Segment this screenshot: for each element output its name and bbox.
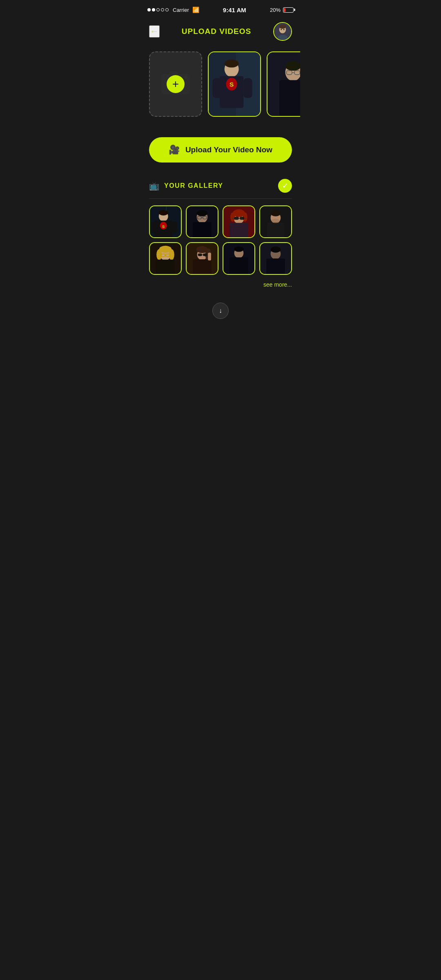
signal-dot-2	[152, 8, 155, 11]
back-button[interactable]: ←	[149, 25, 160, 38]
svg-rect-23	[279, 80, 300, 116]
wifi-icon: 📶	[192, 7, 199, 13]
gallery-svg-8	[260, 243, 291, 274]
svg-rect-19	[243, 78, 252, 98]
gallery-svg-4	[260, 206, 291, 237]
gallery-item-5[interactable]	[149, 242, 182, 275]
user-avatar[interactable]	[273, 22, 292, 41]
svg-rect-50	[234, 217, 239, 220]
bottom-indicator: ↓	[141, 298, 300, 327]
gallery-item-1[interactable]: S	[149, 205, 182, 238]
status-bar: Carrier 📶 9:41 AM 20%	[141, 0, 300, 18]
svg-point-47	[230, 212, 235, 222]
gallery-item-2[interactable]	[186, 205, 218, 238]
gallery-item-4[interactable]	[259, 205, 292, 238]
header: ← UPLOAD VIDEOS	[141, 18, 300, 47]
svg-point-10	[184, 76, 187, 79]
svg-point-4	[281, 29, 282, 30]
gallery-svg-2	[187, 206, 218, 237]
svg-rect-75	[203, 254, 207, 256]
svg-rect-36	[172, 222, 177, 234]
svg-rect-57	[267, 223, 284, 237]
gallery-item-7[interactable]	[223, 242, 255, 275]
carrier-label: Carrier	[173, 7, 189, 13]
battery-fill	[284, 8, 285, 12]
status-time: 9:41 AM	[223, 7, 246, 13]
gallery-svg-7	[223, 243, 254, 274]
upload-button-label: Upload Your Video Now	[185, 145, 272, 154]
avatar-image	[274, 23, 291, 40]
gallery-svg-5	[150, 243, 181, 274]
gallery-tv-icon: 📺	[149, 181, 159, 191]
svg-text:S: S	[162, 224, 165, 229]
svg-point-34	[159, 210, 168, 216]
scroll-down-button[interactable]: ↓	[212, 303, 229, 319]
upload-section: 🎥 Upload Your Video Now	[141, 125, 300, 171]
svg-point-81	[234, 247, 244, 252]
person-svg-2	[267, 52, 300, 116]
video-selection-row: + S	[141, 47, 300, 125]
gallery-svg-1: S	[150, 206, 181, 237]
gallery-svg-3	[223, 206, 254, 237]
status-left: Carrier 📶	[147, 7, 199, 13]
battery-body	[283, 7, 294, 13]
signal-dot-1	[147, 8, 151, 11]
svg-point-59	[272, 218, 280, 223]
svg-rect-77	[208, 253, 211, 261]
svg-rect-74	[198, 254, 202, 256]
gallery-header: 📺 YOUR GALLERY ✓	[149, 179, 292, 199]
person-svg-1: S	[209, 52, 260, 116]
svg-rect-84	[266, 258, 285, 274]
svg-text:S: S	[229, 81, 234, 88]
svg-rect-51	[240, 217, 244, 220]
status-right: 20%	[270, 7, 294, 13]
svg-point-5	[283, 29, 285, 30]
signal-dot-3	[156, 8, 160, 11]
svg-rect-65	[156, 260, 175, 274]
plus-icon: +	[167, 75, 185, 93]
svg-rect-80	[229, 257, 248, 274]
svg-rect-73	[193, 259, 212, 274]
svg-rect-18	[213, 78, 221, 98]
signal-dot-4	[161, 8, 164, 11]
battery-icon	[283, 7, 294, 13]
video-thumbnail-2[interactable]	[267, 51, 300, 117]
svg-rect-49	[229, 223, 248, 237]
page-title: UPLOAD VIDEOS	[182, 27, 251, 36]
gallery-check-icon: ✓	[278, 179, 292, 193]
svg-rect-35	[151, 222, 156, 234]
gallery-section: 📺 YOUR GALLERY ✓ S	[141, 171, 300, 298]
gallery-title: YOUR GALLERY	[164, 182, 273, 189]
signal-dots	[147, 8, 169, 11]
add-video-button[interactable]: +	[149, 51, 202, 117]
gallery-svg-6	[187, 243, 218, 274]
battery-percent: 20%	[270, 7, 281, 13]
gallery-item-8[interactable]	[259, 242, 292, 275]
gallery-grid: S	[149, 199, 292, 279]
svg-point-58	[271, 210, 281, 216]
svg-point-20	[225, 60, 239, 67]
camera-icon: 🎥	[169, 145, 180, 155]
svg-point-85	[271, 247, 281, 253]
video-thumbnail-1[interactable]: S	[208, 51, 261, 117]
svg-rect-39	[193, 222, 212, 237]
svg-point-2	[279, 24, 286, 29]
avatar-face-svg	[274, 23, 291, 40]
svg-point-40	[197, 210, 208, 216]
signal-dot-5	[165, 8, 169, 11]
gallery-item-6[interactable]	[186, 242, 218, 275]
gallery-item-3[interactable]	[223, 205, 255, 238]
scroll-down-icon: ↓	[219, 307, 222, 314]
upload-button[interactable]: 🎥 Upload Your Video Now	[149, 137, 292, 163]
see-more-link[interactable]: see more...	[149, 279, 292, 294]
